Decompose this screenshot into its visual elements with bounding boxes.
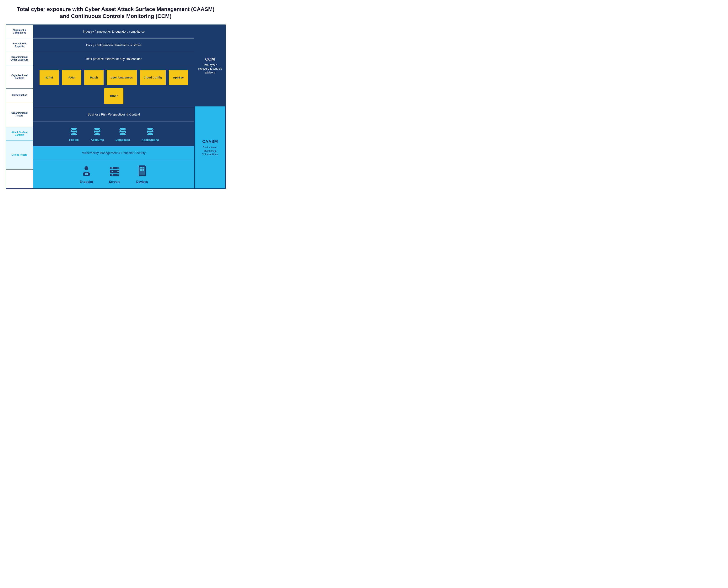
svg-rect-31 <box>141 169 143 170</box>
attack-content: Vulnerability Management & Endpoint Secu… <box>33 146 194 160</box>
label-contextualise: Contextualise <box>6 88 33 102</box>
applications-icon <box>145 126 155 136</box>
row-device-assets: Endpoint <box>33 160 194 188</box>
caasm-box: CAASM Device Asset Inventory & Vulnerabi… <box>195 107 225 188</box>
contextualise-content: Business Risk Perspectives & Context <box>33 108 194 121</box>
label-controls: Organisational Controls <box>6 65 33 88</box>
svg-point-12 <box>84 166 88 170</box>
people-icon <box>69 126 79 136</box>
alignment-content: Industry frameworks & regulatory complia… <box>33 25 194 38</box>
svg-rect-34 <box>141 170 143 171</box>
row-attack-surface: Vulnerability Management & Endpoint Secu… <box>33 146 194 160</box>
svg-rect-29 <box>143 167 144 168</box>
svg-rect-35 <box>143 170 144 171</box>
device-servers-label: Servers <box>109 180 120 184</box>
svg-point-0 <box>71 128 77 130</box>
page-title: Total cyber exposure with Cyber Asset At… <box>6 6 226 20</box>
servers-icon <box>108 165 121 178</box>
svg-point-5 <box>94 133 100 135</box>
row-contextualise: Business Risk Perspectives & Context <box>33 108 194 122</box>
asset-people: People <box>69 126 79 141</box>
device-servers: Servers <box>108 165 121 184</box>
svg-point-8 <box>120 133 126 135</box>
row-alignment: Industry frameworks & regulatory complia… <box>33 25 194 39</box>
exposure-content: Best practice metrics for any stakeholde… <box>33 52 194 66</box>
right-panel: CCM Total cyber exposure & controls advi… <box>194 25 225 188</box>
svg-point-3 <box>94 128 100 130</box>
databases-icon <box>118 126 128 136</box>
svg-rect-24 <box>112 174 112 175</box>
svg-point-1 <box>71 130 77 132</box>
svg-rect-19 <box>111 171 111 172</box>
asset-databases-label: Databases <box>116 138 130 141</box>
svg-point-14 <box>118 167 119 169</box>
asset-applications-label: Applications <box>142 138 159 141</box>
device-devices-label: Devices <box>136 180 148 184</box>
row-exposure: Best practice metrics for any stakeholde… <box>33 52 194 66</box>
svg-point-22 <box>118 174 119 175</box>
caasm-title: CAASM <box>202 139 218 144</box>
svg-point-9 <box>147 128 153 130</box>
svg-rect-23 <box>111 174 111 175</box>
risk-content: Policy configuration, thresholds, & stat… <box>33 39 194 52</box>
svg-rect-20 <box>112 171 112 172</box>
control-idam: IDAM <box>40 70 59 85</box>
device-endpoint: Endpoint <box>80 165 93 184</box>
label-attack-surface: Attack Surface Controls <box>6 127 33 141</box>
devices-icon <box>137 165 147 178</box>
svg-rect-27 <box>140 167 141 168</box>
svg-rect-30 <box>140 169 141 170</box>
ccm-sub: Total cyber exposure & controls advisory <box>198 63 222 75</box>
control-patch: Patch <box>84 70 104 85</box>
ccm-title: CCM <box>205 57 215 62</box>
asset-accounts-label: Accounts <box>91 138 104 141</box>
device-devices: Devices <box>136 165 148 184</box>
caasm-sub: Device Asset Inventory & Vulnerabilities <box>198 146 222 156</box>
main-content: Industry frameworks & regulatory complia… <box>33 25 194 188</box>
label-exposure: Organisational Cyber Exposure <box>6 52 33 65</box>
device-assets-content: Endpoint <box>33 160 194 188</box>
control-user-awareness: User Awareness <box>107 70 137 85</box>
svg-point-36 <box>142 176 143 177</box>
row-risk: Policy configuration, thresholds, & stat… <box>33 39 194 52</box>
asset-accounts: Accounts <box>91 126 104 141</box>
svg-rect-16 <box>112 167 112 169</box>
label-device-assets: Device Assets <box>6 141 33 169</box>
endpoint-icon <box>80 165 92 178</box>
svg-point-6 <box>120 128 126 130</box>
label-alignment: Alignment & Compliance <box>6 25 33 38</box>
svg-rect-28 <box>141 167 143 168</box>
asset-applications: Applications <box>142 126 159 141</box>
label-risk: Internal Risk Appetite <box>6 38 33 52</box>
control-appsec: AppSec <box>169 70 188 85</box>
control-pam: PAM <box>62 70 81 85</box>
asset-people-label: People <box>69 138 79 141</box>
control-other: Other <box>104 88 123 104</box>
asset-databases: Databases <box>116 126 130 141</box>
svg-point-2 <box>71 133 77 135</box>
svg-point-4 <box>94 130 100 132</box>
diagram-wrapper: Alignment & Compliance Internal Risk App… <box>6 24 226 189</box>
assets-content: People Accounts <box>33 122 194 146</box>
label-assets: Organisational Assets <box>6 102 33 127</box>
svg-rect-33 <box>140 170 141 171</box>
ccm-box: CCM Total cyber exposure & controls advi… <box>195 25 225 107</box>
svg-point-18 <box>118 171 119 172</box>
svg-point-11 <box>147 133 153 135</box>
svg-point-10 <box>147 130 153 132</box>
row-assets: People Accounts <box>33 122 194 146</box>
left-labels-panel: Alignment & Compliance Internal Risk App… <box>6 25 33 188</box>
row-controls: IDAM PAM Patch User Awareness Cloud Conf… <box>33 66 194 108</box>
svg-rect-32 <box>143 169 144 170</box>
svg-point-7 <box>120 130 126 132</box>
control-cloud-config: Cloud Config <box>140 70 166 85</box>
accounts-icon <box>92 126 102 136</box>
controls-content: IDAM PAM Patch User Awareness Cloud Conf… <box>33 66 194 108</box>
device-endpoint-label: Endpoint <box>80 180 93 184</box>
svg-rect-15 <box>111 167 111 169</box>
